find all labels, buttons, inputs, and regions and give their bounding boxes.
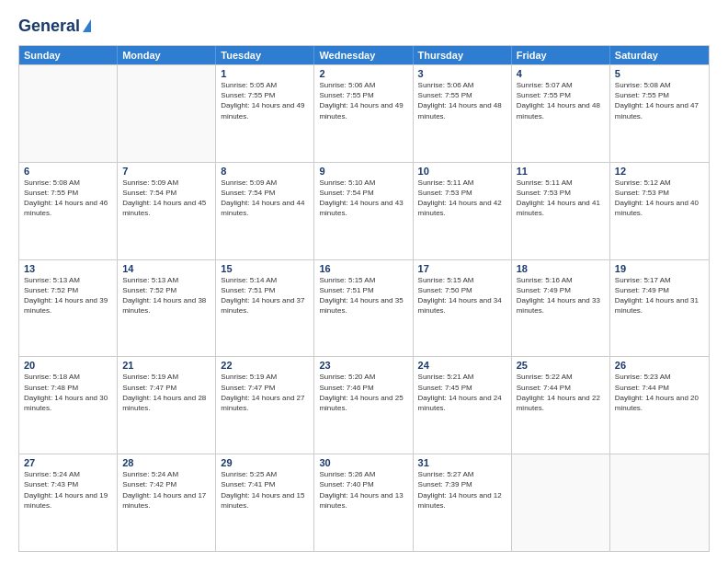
weekday-header-saturday: Saturday xyxy=(610,46,709,64)
cell-info: Sunrise: 5:13 AM Sunset: 7:52 PM Dayligh… xyxy=(122,275,210,316)
day-number: 31 xyxy=(418,457,506,468)
cell-info: Sunrise: 5:22 AM Sunset: 7:44 PM Dayligh… xyxy=(517,372,605,413)
day-number: 29 xyxy=(221,457,309,468)
calendar-row-3: 20Sunrise: 5:18 AM Sunset: 7:48 PM Dayli… xyxy=(19,356,709,454)
cell-info: Sunrise: 5:17 AM Sunset: 7:49 PM Dayligh… xyxy=(615,275,704,316)
cell-info: Sunrise: 5:06 AM Sunset: 7:55 PM Dayligh… xyxy=(418,80,506,121)
day-number: 24 xyxy=(418,360,506,371)
day-number: 8 xyxy=(221,166,309,177)
page: General SundayMondayTuesdayWednesdayThur… xyxy=(0,0,728,563)
empty-cell xyxy=(512,454,610,551)
cell-info: Sunrise: 5:25 AM Sunset: 7:41 PM Dayligh… xyxy=(221,469,309,511)
day-cell-21: 21Sunrise: 5:19 AM Sunset: 7:47 PM Dayli… xyxy=(118,357,216,454)
logo-triangle-icon xyxy=(83,19,91,32)
day-number: 10 xyxy=(418,166,506,177)
day-cell-31: 31Sunrise: 5:27 AM Sunset: 7:39 PM Dayli… xyxy=(414,454,512,551)
cell-info: Sunrise: 5:24 AM Sunset: 7:43 PM Dayligh… xyxy=(24,469,112,511)
day-number: 9 xyxy=(319,166,407,177)
cell-info: Sunrise: 5:08 AM Sunset: 7:55 PM Dayligh… xyxy=(24,178,112,219)
day-cell-29: 29Sunrise: 5:25 AM Sunset: 7:41 PM Dayli… xyxy=(216,454,314,551)
day-cell-2: 2Sunrise: 5:06 AM Sunset: 7:55 PM Daylig… xyxy=(314,65,413,162)
cell-info: Sunrise: 5:11 AM Sunset: 7:53 PM Dayligh… xyxy=(517,178,605,219)
cell-info: Sunrise: 5:10 AM Sunset: 7:54 PM Dayligh… xyxy=(319,178,407,219)
day-number: 2 xyxy=(319,68,407,79)
day-number: 16 xyxy=(319,263,407,274)
weekday-header-wednesday: Wednesday xyxy=(314,46,413,64)
cell-info: Sunrise: 5:24 AM Sunset: 7:42 PM Dayligh… xyxy=(122,469,210,511)
day-cell-4: 4Sunrise: 5:07 AM Sunset: 7:55 PM Daylig… xyxy=(512,65,610,162)
day-number: 17 xyxy=(418,263,506,274)
day-cell-20: 20Sunrise: 5:18 AM Sunset: 7:48 PM Dayli… xyxy=(19,357,118,454)
day-cell-14: 14Sunrise: 5:13 AM Sunset: 7:52 PM Dayli… xyxy=(118,260,216,357)
day-cell-22: 22Sunrise: 5:19 AM Sunset: 7:47 PM Dayli… xyxy=(216,357,314,454)
day-number: 26 xyxy=(615,360,704,371)
cell-info: Sunrise: 5:07 AM Sunset: 7:55 PM Dayligh… xyxy=(517,80,605,121)
day-number: 18 xyxy=(517,263,605,274)
weekday-header-sunday: Sunday xyxy=(19,46,118,64)
day-number: 22 xyxy=(221,360,309,371)
day-number: 20 xyxy=(24,360,112,371)
day-number: 11 xyxy=(517,166,605,177)
day-number: 4 xyxy=(517,68,605,79)
cell-info: Sunrise: 5:16 AM Sunset: 7:49 PM Dayligh… xyxy=(517,275,605,316)
day-cell-25: 25Sunrise: 5:22 AM Sunset: 7:44 PM Dayli… xyxy=(512,357,610,454)
day-cell-24: 24Sunrise: 5:21 AM Sunset: 7:45 PM Dayli… xyxy=(414,357,512,454)
day-number: 21 xyxy=(122,360,210,371)
day-cell-5: 5Sunrise: 5:08 AM Sunset: 7:55 PM Daylig… xyxy=(610,65,709,162)
day-number: 25 xyxy=(517,360,605,371)
cell-info: Sunrise: 5:11 AM Sunset: 7:53 PM Dayligh… xyxy=(418,178,506,219)
empty-cell xyxy=(610,454,709,551)
cell-info: Sunrise: 5:15 AM Sunset: 7:50 PM Dayligh… xyxy=(418,275,506,316)
day-number: 28 xyxy=(122,457,210,468)
cell-info: Sunrise: 5:13 AM Sunset: 7:52 PM Dayligh… xyxy=(24,275,112,316)
day-cell-18: 18Sunrise: 5:16 AM Sunset: 7:49 PM Dayli… xyxy=(512,260,610,357)
cell-info: Sunrise: 5:09 AM Sunset: 7:54 PM Dayligh… xyxy=(221,178,309,219)
day-number: 12 xyxy=(615,166,704,177)
day-number: 19 xyxy=(615,263,704,274)
day-number: 13 xyxy=(24,263,112,274)
cell-info: Sunrise: 5:26 AM Sunset: 7:40 PM Dayligh… xyxy=(319,469,407,511)
day-number: 14 xyxy=(122,263,210,274)
cell-info: Sunrise: 5:09 AM Sunset: 7:54 PM Dayligh… xyxy=(122,178,210,219)
cell-info: Sunrise: 5:18 AM Sunset: 7:48 PM Dayligh… xyxy=(24,372,112,413)
cell-info: Sunrise: 5:06 AM Sunset: 7:55 PM Dayligh… xyxy=(319,80,407,121)
calendar-body: 1Sunrise: 5:05 AM Sunset: 7:55 PM Daylig… xyxy=(19,64,709,551)
day-number: 27 xyxy=(24,457,112,468)
empty-cell xyxy=(118,65,216,162)
cell-info: Sunrise: 5:20 AM Sunset: 7:46 PM Dayligh… xyxy=(319,372,407,413)
day-cell-27: 27Sunrise: 5:24 AM Sunset: 7:43 PM Dayli… xyxy=(19,454,118,551)
logo-general: General xyxy=(18,17,80,36)
day-number: 3 xyxy=(418,68,506,79)
day-cell-10: 10Sunrise: 5:11 AM Sunset: 7:53 PM Dayli… xyxy=(414,163,512,259)
day-cell-15: 15Sunrise: 5:14 AM Sunset: 7:51 PM Dayli… xyxy=(216,260,314,357)
cell-info: Sunrise: 5:19 AM Sunset: 7:47 PM Dayligh… xyxy=(221,372,309,413)
day-cell-6: 6Sunrise: 5:08 AM Sunset: 7:55 PM Daylig… xyxy=(19,163,118,259)
day-number: 6 xyxy=(24,166,112,177)
day-cell-13: 13Sunrise: 5:13 AM Sunset: 7:52 PM Dayli… xyxy=(19,260,118,357)
day-cell-26: 26Sunrise: 5:23 AM Sunset: 7:44 PM Dayli… xyxy=(610,357,709,454)
calendar-header: SundayMondayTuesdayWednesdayThursdayFrid… xyxy=(19,46,709,64)
empty-cell xyxy=(19,65,118,162)
day-cell-17: 17Sunrise: 5:15 AM Sunset: 7:50 PM Dayli… xyxy=(414,260,512,357)
weekday-header-thursday: Thursday xyxy=(414,46,512,64)
day-cell-28: 28Sunrise: 5:24 AM Sunset: 7:42 PM Dayli… xyxy=(118,454,216,551)
day-cell-23: 23Sunrise: 5:20 AM Sunset: 7:46 PM Dayli… xyxy=(314,357,413,454)
cell-info: Sunrise: 5:05 AM Sunset: 7:55 PM Dayligh… xyxy=(221,80,309,121)
header: General xyxy=(18,17,710,36)
cell-info: Sunrise: 5:14 AM Sunset: 7:51 PM Dayligh… xyxy=(221,275,309,316)
calendar-row-0: 1Sunrise: 5:05 AM Sunset: 7:55 PM Daylig… xyxy=(19,64,709,162)
day-cell-1: 1Sunrise: 5:05 AM Sunset: 7:55 PM Daylig… xyxy=(216,65,314,162)
day-number: 15 xyxy=(221,263,309,274)
day-cell-9: 9Sunrise: 5:10 AM Sunset: 7:54 PM Daylig… xyxy=(314,163,413,259)
weekday-header-monday: Monday xyxy=(118,46,216,64)
day-number: 30 xyxy=(319,457,407,468)
cell-info: Sunrise: 5:12 AM Sunset: 7:53 PM Dayligh… xyxy=(615,178,704,219)
logo: General xyxy=(18,17,91,36)
weekday-header-friday: Friday xyxy=(512,46,610,64)
day-cell-7: 7Sunrise: 5:09 AM Sunset: 7:54 PM Daylig… xyxy=(118,163,216,259)
day-cell-16: 16Sunrise: 5:15 AM Sunset: 7:51 PM Dayli… xyxy=(314,260,413,357)
day-cell-8: 8Sunrise: 5:09 AM Sunset: 7:54 PM Daylig… xyxy=(216,163,314,259)
cell-info: Sunrise: 5:08 AM Sunset: 7:55 PM Dayligh… xyxy=(615,80,704,121)
day-number: 23 xyxy=(319,360,407,371)
cell-info: Sunrise: 5:23 AM Sunset: 7:44 PM Dayligh… xyxy=(615,372,704,413)
